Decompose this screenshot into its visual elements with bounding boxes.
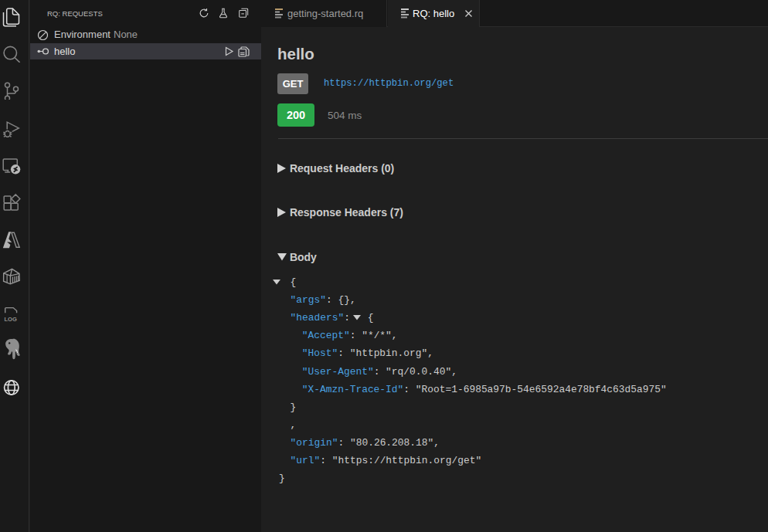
- svg-text:LOG: LOG: [4, 316, 17, 323]
